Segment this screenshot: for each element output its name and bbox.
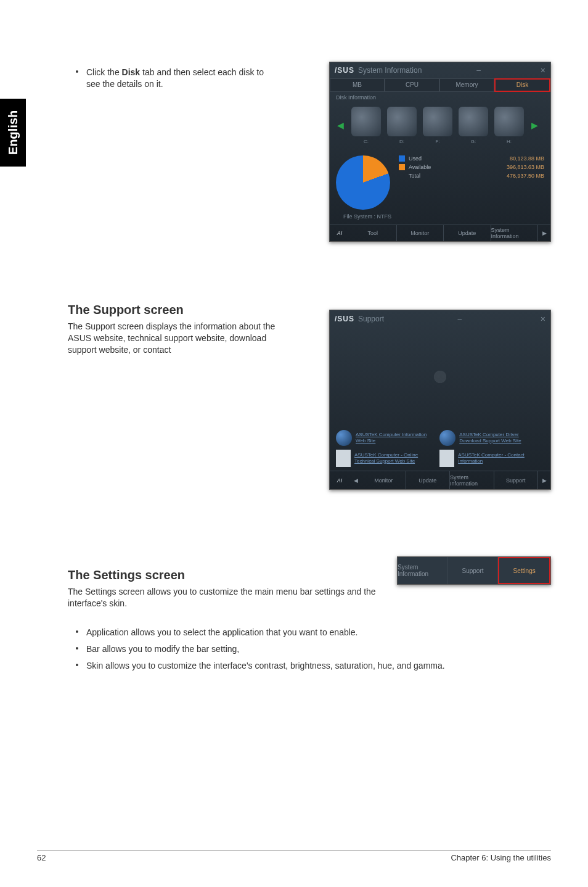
link-text: ASUSTeK Computer - Online Technical Supp… [354, 452, 436, 464]
text-prefix: Click the [86, 67, 122, 77]
brand-logo: /SUS [335, 66, 354, 75]
stat-used: Used 80,123.88 MB [399, 155, 544, 162]
system-info-window: /SUS System Information – × MB CPU Memor… [329, 62, 551, 242]
list-text: Application allows you to select the app… [86, 627, 358, 638]
minimize-icon[interactable]: – [476, 66, 481, 75]
stat-label: Available [409, 164, 431, 170]
stat-label: Total [409, 173, 420, 179]
ai-logo-icon: AI [330, 471, 349, 489]
footer-tab-support[interactable]: Support [494, 471, 539, 489]
stat-value: 396,813.63 MB [507, 164, 544, 170]
support-link[interactable]: ASUSTeK Computer - Contact Information [439, 450, 539, 467]
window-footer-tabs: AI Tool Monitor Update System Informatio… [330, 225, 550, 242]
list-item: • Bar allows you to modify the bar setti… [68, 643, 542, 655]
globe-icon [439, 430, 455, 446]
chevron-right-icon[interactable]: ▶ [530, 120, 539, 130]
link-text: ASUSTeK Computer Information Web Site [356, 432, 436, 444]
support-links: ASUSTeK Computer Information Web Site AS… [330, 426, 550, 471]
ai-logo-icon: AI [330, 225, 349, 242]
tab-disk[interactable]: Disk [494, 78, 550, 92]
disk-info-label: Disk Information [330, 92, 550, 103]
support-window: /SUS Support – × ASUSTeK Computer Inform… [329, 310, 551, 490]
footer-tab-update[interactable]: Update [406, 471, 451, 489]
page-number: 62 [37, 853, 46, 862]
tab-support[interactable]: Support [448, 557, 499, 584]
bullet-mark: • [68, 643, 86, 653]
window-titlebar: /SUS System Information – × [330, 62, 550, 78]
tab-sysinfo[interactable]: System Information [398, 557, 448, 584]
window-title: Support [358, 315, 384, 323]
footer-tab-tool[interactable]: Tool [349, 225, 397, 242]
list-item: • Skin allows you to customize the inter… [68, 660, 542, 672]
support-link[interactable]: ASUSTeK Computer Driver Download Support… [439, 430, 539, 446]
stat-total: Total 476,937.50 MB [399, 173, 544, 179]
disk-item[interactable]: H: [494, 107, 524, 144]
stat-value: 476,937.50 MB [507, 173, 544, 179]
support-graphic-area [330, 328, 550, 426]
list-text: Bar allows you to modify the bar setting… [86, 643, 239, 655]
stat-available: Available 396,813.63 MB [399, 164, 544, 170]
link-text: ASUSTeK Computer Driver Download Support… [459, 432, 539, 444]
support-link[interactable]: ASUSTeK Computer - Online Technical Supp… [336, 450, 436, 467]
footer-tab-sysinfo[interactable]: System Information [491, 225, 539, 242]
disk-item[interactable]: C: [351, 107, 381, 144]
square-icon [399, 164, 405, 170]
language-tab: English [0, 99, 26, 167]
chevron-right-icon[interactable]: ▶ [538, 225, 550, 242]
square-icon [399, 155, 405, 162]
tab-cpu[interactable]: CPU [385, 78, 439, 92]
support-paragraph: The Support screen displays the informat… [68, 321, 284, 356]
bullet-mark: • [68, 627, 86, 637]
close-icon[interactable]: × [541, 314, 545, 324]
wrench-icon [419, 355, 462, 398]
link-text: ASUSTeK Computer - Contact Information [458, 452, 539, 464]
page-footer: 62 Chapter 6: Using the utilities [37, 850, 551, 862]
close-icon[interactable]: × [541, 65, 545, 75]
list-text: Skin allows you to customize the interfa… [86, 660, 445, 672]
support-link[interactable]: ASUSTeK Computer Information Web Site [336, 430, 436, 446]
pie-chart-icon [336, 155, 390, 210]
document-icon [439, 450, 454, 467]
disk-item[interactable]: D: [387, 107, 417, 144]
footer-tab-monitor[interactable]: Monitor [362, 471, 406, 489]
brand-logo: /SUS [335, 315, 354, 323]
disk-item[interactable]: F: [423, 107, 452, 144]
text-bold: Disk [122, 67, 141, 77]
document-icon [336, 450, 351, 467]
stat-label: Used [409, 155, 422, 162]
minimize-icon[interactable]: – [458, 315, 462, 323]
disk-stats: Used 80,123.88 MB Available 396,813.63 M… [399, 153, 544, 220]
stat-value: 80,123.88 MB [510, 155, 544, 162]
filesystem-label: File System : NTFS [336, 213, 391, 220]
settings-list: • Application allows you to select the a… [68, 627, 542, 672]
footer-tab-monitor[interactable]: Monitor [397, 225, 444, 242]
tab-mb[interactable]: MB [330, 78, 385, 92]
tab-memory[interactable]: Memory [439, 78, 494, 92]
footer-tab-update[interactable]: Update [444, 225, 491, 242]
tab-settings[interactable]: Settings [498, 557, 550, 584]
info-tabs: MB CPU Memory Disk [330, 78, 550, 92]
settings-paragraph: The Settings screen allows you to custom… [68, 586, 376, 609]
disk-item[interactable]: G: [459, 107, 488, 144]
chevron-right-icon[interactable]: ▶ [538, 471, 550, 489]
chevron-left-icon[interactable]: ◀ [349, 471, 362, 489]
disk-list: ◀ C: D: F: G: H: ▶ [330, 103, 550, 148]
instruction-text: Click the Disk tab and then select each … [86, 67, 271, 90]
window-footer-tabs: AI ◀ Monitor Update System Information S… [330, 471, 550, 489]
window-titlebar: /SUS Support – × [330, 310, 550, 328]
settings-tab-strip: System Information Support Settings [397, 556, 551, 585]
list-item: • Application allows you to select the a… [68, 627, 542, 638]
footer-tab-sysinfo[interactable]: System Information [450, 471, 494, 489]
disk-usage-area: File System : NTFS Used 80,123.88 MB Ava… [330, 148, 550, 225]
chapter-label: Chapter 6: Using the utilities [451, 853, 551, 862]
window-title: System Information [358, 66, 422, 75]
chevron-left-icon[interactable]: ◀ [336, 120, 345, 130]
bullet-mark: • [68, 660, 86, 670]
globe-icon [336, 430, 352, 446]
bullet-mark: • [68, 67, 86, 76]
